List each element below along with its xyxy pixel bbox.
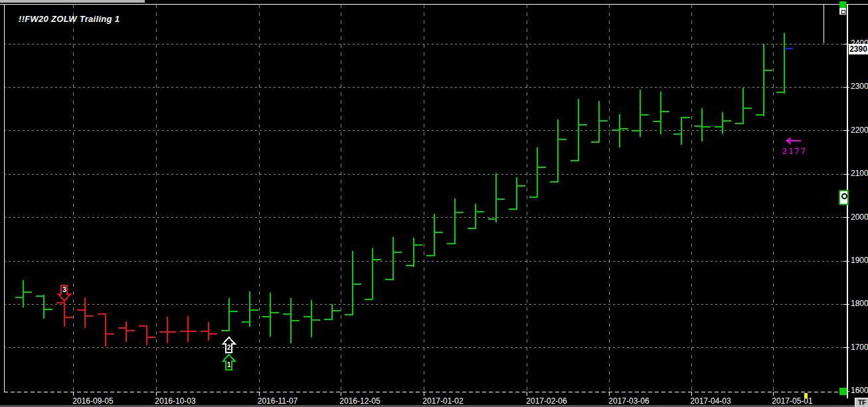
x-axis-label: 2017-02-06 xyxy=(519,396,574,406)
signal-label: 2 xyxy=(227,344,231,351)
x-axis-label: 2016-11-07 xyxy=(250,396,305,406)
trailing-stop-arrow: 2177 xyxy=(782,138,806,156)
signal-label: 3 xyxy=(62,286,66,293)
current-bar-yellow-marker xyxy=(804,393,808,398)
y-axis-label: 2200 xyxy=(851,126,868,135)
ohlc-bars xyxy=(15,33,793,347)
y-axis-label: 1700 xyxy=(851,343,868,352)
y-axis-label: 2300 xyxy=(851,82,868,91)
x-axis-label: 2017-03-06 xyxy=(601,396,657,406)
y-axis-label: 1900 xyxy=(851,256,868,265)
chart-window: 321 2177 !!FW20 ZOLW Trailing 1 24002300… xyxy=(0,0,868,407)
axis-corner-green-icon xyxy=(839,388,847,395)
window-bottom-edge xyxy=(0,406,868,406)
x-axis-label: 2017-01-02 xyxy=(415,396,471,406)
x-axis-label: 2016-12-05 xyxy=(332,396,388,406)
x-axis-label: 2016-10-03 xyxy=(147,396,203,406)
y-axis-label: 2100 xyxy=(851,169,868,178)
price-chart-plot[interactable]: 321 2177 xyxy=(0,0,868,407)
chart-title: !!FW20 ZOLW Trailing 1 xyxy=(19,14,120,24)
last-price-badge: 2390 xyxy=(849,44,868,54)
x-axis-label: 2017-05-01 xyxy=(764,396,820,406)
signal-label: 1 xyxy=(227,361,231,368)
axis-indicator-icon xyxy=(839,190,849,205)
trail-price-label: 2177 xyxy=(782,146,806,156)
chart-status-green-icon xyxy=(839,1,846,8)
grid-lines xyxy=(4,5,847,391)
x-axis-label: 2017-04-03 xyxy=(683,396,738,406)
y-axis-label: 1600 xyxy=(851,386,868,395)
plot-frame xyxy=(0,4,868,398)
y-axis-label: 2000 xyxy=(851,213,868,222)
chart-status-dot-icon xyxy=(839,8,846,15)
y-axis-label: 1800 xyxy=(851,299,868,308)
x-axis-label: 2016-09-05 xyxy=(65,396,121,406)
